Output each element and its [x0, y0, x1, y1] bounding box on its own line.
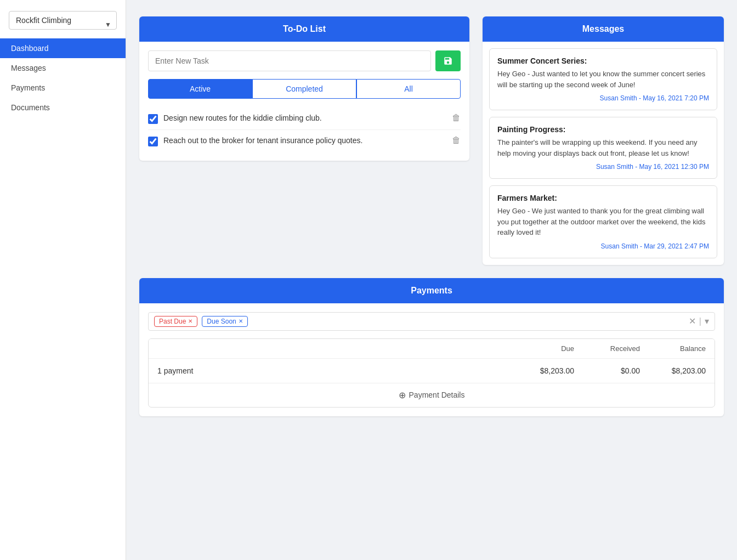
- filter-chevron-down-icon[interactable]: ▾: [705, 316, 709, 326]
- org-select[interactable]: Rockfit Climbing: [9, 11, 117, 30]
- task-input-row: [148, 50, 461, 71]
- filter-clear-icon[interactable]: ✕: [689, 316, 696, 326]
- save-icon: [443, 56, 453, 66]
- task-checkbox-2[interactable]: [148, 137, 158, 146]
- filter-divider: |: [699, 316, 701, 326]
- message-card-1: Summer Concert Series: Hey Geo - Just wa…: [489, 48, 717, 110]
- task-item: Design new routes for the kiddie climbin…: [148, 108, 461, 130]
- task-delete-1[interactable]: 🗑: [452, 113, 461, 123]
- todo-panel: To-Do List Active Completed All: [139, 16, 469, 161]
- message-card-3: Farmers Market: Hey Geo - We just wanted…: [489, 185, 717, 258]
- todo-tabs: Active Completed All: [148, 79, 461, 99]
- col-received-header: Received: [574, 344, 640, 353]
- sidebar-nav: Dashboard Messages Payments Documents: [0, 38, 126, 117]
- sidebar-item-payments[interactable]: Payments: [0, 78, 126, 98]
- sidebar: Rockfit Climbing ▼ Dashboard Messages Pa…: [0, 0, 126, 560]
- task-text-1: Design new routes for the kiddie climbin…: [163, 113, 446, 124]
- col-due-header: Due: [508, 344, 574, 353]
- task-input[interactable]: [148, 50, 431, 71]
- task-list: Design new routes for the kiddie climbin…: [148, 108, 461, 152]
- payment-details-button[interactable]: ⊕ Payment Details: [149, 383, 715, 407]
- message-list: Summer Concert Series: Hey Geo - Just wa…: [483, 42, 724, 265]
- payments-table-header: Due Received Balance: [149, 339, 715, 359]
- org-select-wrapper: Rockfit Climbing ▼: [0, 11, 126, 38]
- payments-row-received: $0.00: [574, 366, 640, 375]
- col-label-header: [157, 344, 508, 353]
- filter-due-soon-label: Due Soon: [207, 318, 236, 325]
- payments-body: Past Due ✕ Due Soon ✕ ✕ | ▾ Due: [139, 303, 724, 416]
- sidebar-item-documents[interactable]: Documents: [0, 98, 126, 117]
- filter-past-due-label: Past Due: [159, 318, 186, 325]
- task-delete-2[interactable]: 🗑: [452, 135, 461, 145]
- task-checkbox-1[interactable]: [148, 114, 158, 124]
- tab-completed[interactable]: Completed: [252, 79, 356, 99]
- filter-row: Past Due ✕ Due Soon ✕ ✕ | ▾: [148, 312, 715, 331]
- message-meta-3: Susan Smith - Mar 29, 2021 2:47 PM: [497, 242, 709, 250]
- save-task-button[interactable]: [435, 50, 461, 71]
- main-content: To-Do List Active Completed All: [126, 0, 737, 560]
- payments-row-label: 1 payment: [157, 366, 508, 375]
- filter-past-due[interactable]: Past Due ✕: [154, 316, 197, 327]
- filter-due-soon-close[interactable]: ✕: [239, 318, 243, 324]
- todo-header: To-Do List: [139, 16, 469, 42]
- sidebar-item-dashboard[interactable]: Dashboard: [0, 38, 126, 58]
- messages-panel: Messages Summer Concert Series: Hey Geo …: [483, 16, 724, 265]
- payments-row-due: $8,203.00: [508, 366, 574, 375]
- payments-header: Payments: [139, 278, 724, 303]
- message-body-3: Hey Geo - We just wanted to thank you fo…: [497, 206, 709, 238]
- message-subject-2: Painting Progress:: [497, 125, 709, 134]
- message-body-2: The painter's will be wrapping up this w…: [497, 137, 709, 159]
- top-row: To-Do List Active Completed All: [139, 16, 724, 265]
- filter-due-soon[interactable]: Due Soon ✕: [202, 316, 247, 327]
- message-meta-1: Susan Smith - May 16, 2021 7:20 PM: [497, 94, 709, 102]
- messages-header: Messages: [483, 16, 724, 42]
- tab-active[interactable]: Active: [148, 79, 252, 99]
- filter-past-due-close[interactable]: ✕: [188, 318, 192, 324]
- payments-panel: Payments Past Due ✕ Due Soon ✕ ✕ | ▾: [139, 278, 724, 416]
- todo-body: Active Completed All Design new routes f…: [139, 42, 469, 161]
- message-body-1: Hey Geo - Just wanted to let you know th…: [497, 69, 709, 90]
- payments-table-row: 1 payment $8,203.00 $0.00 $8,203.00: [149, 359, 715, 383]
- message-card-2: Painting Progress: The painter's will be…: [489, 117, 717, 179]
- message-meta-2: Susan Smith - May 16, 2021 12:30 PM: [497, 163, 709, 171]
- task-item: Reach out to the broker for tenant insur…: [148, 130, 461, 152]
- task-text-2: Reach out to the broker for tenant insur…: [163, 135, 446, 146]
- filter-actions: ✕ | ▾: [689, 316, 709, 326]
- message-subject-1: Summer Concert Series:: [497, 56, 709, 65]
- plus-circle-icon: ⊕: [399, 390, 406, 400]
- col-balance-header: Balance: [640, 344, 706, 353]
- payments-row-balance: $8,203.00: [640, 366, 706, 375]
- tab-all[interactable]: All: [356, 79, 461, 99]
- payment-details-label: Payment Details: [409, 391, 465, 399]
- sidebar-item-messages[interactable]: Messages: [0, 58, 126, 78]
- payments-table: Due Received Balance 1 payment $8,203.00…: [148, 338, 715, 408]
- message-subject-3: Farmers Market:: [497, 194, 709, 202]
